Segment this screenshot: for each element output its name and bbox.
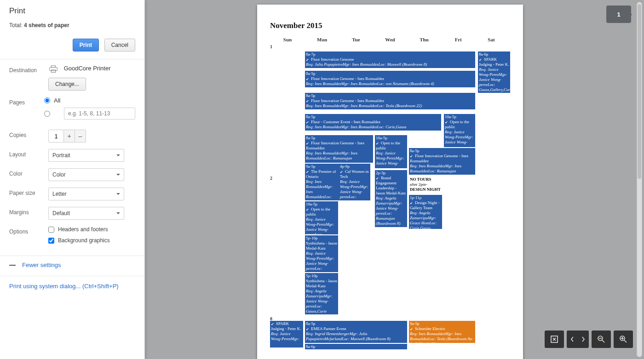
check-icon xyxy=(271,322,275,326)
check-icon xyxy=(306,327,310,331)
copies-label: Copies xyxy=(9,130,48,138)
svg-rect-0 xyxy=(50,68,57,71)
print-button[interactable]: Print xyxy=(73,39,99,51)
preview-scrollbar[interactable] xyxy=(637,2,642,357)
papersize-label: Paper size xyxy=(9,188,48,196)
event: 10a-5p Open to the public Req: Janice Wo… xyxy=(375,135,407,168)
destination-label: Destination xyxy=(9,65,48,74)
check-icon xyxy=(306,120,310,124)
headers-footers-label: Headers and footers xyxy=(58,226,108,233)
pages-all-radio[interactable] xyxy=(44,97,50,103)
calendar-title: November 2015 xyxy=(270,21,510,30)
event: 2p-3p Brand Engagement Leadership - Jaso… xyxy=(375,170,407,227)
event: 4p-9p Cal Women in Tech Req: Janice Wong… xyxy=(339,164,370,200)
check-icon xyxy=(306,99,310,103)
check-icon xyxy=(306,57,310,62)
no-tours: NO TOURSafter 2pm-DESIGN NIGHT xyxy=(409,177,442,193)
svg-rect-2 xyxy=(51,70,55,72)
dialog-title: Print xyxy=(9,6,135,16)
page-nav-buttons[interactable] xyxy=(567,331,589,348)
preview-toolbar xyxy=(545,331,633,348)
event: 8a-5p Flour Innovation Genome - Ines Rom… xyxy=(409,148,475,175)
copies-increase-button[interactable]: + xyxy=(63,130,75,142)
check-icon xyxy=(479,57,483,62)
bg-graphics-label: Background graphics xyxy=(58,237,110,244)
weekday-header: Sun Mon Tue Wed Thu Fri Sat xyxy=(270,37,510,42)
check-icon xyxy=(306,141,310,145)
fewer-settings-link[interactable]: Fewer settings xyxy=(22,262,61,268)
event: 8a-5p Fluor Innovation Genome - Ines Rom… xyxy=(305,93,475,109)
print-settings-panel: Print Total: 4 sheets of paper Print Can… xyxy=(0,0,145,359)
options-label: Options xyxy=(9,226,48,235)
event: 8a-5p Fluor - Customer Event - Ines Romu… xyxy=(305,114,441,131)
total-line: Total: 4 sheets of paper xyxy=(0,18,144,35)
event: 8a-5p Flour Innovation Genome - Ines Rom… xyxy=(305,135,373,163)
event: 10a-5p Open to the public Req: Janice Wo… xyxy=(444,114,475,147)
headers-footers-checkbox[interactable] xyxy=(48,227,54,233)
check-icon xyxy=(376,141,380,145)
event: 5p-10p Synbiobeta - Jason Medal-Katz Req… xyxy=(305,235,338,272)
margins-select[interactable]: Default xyxy=(48,207,124,220)
svg-line-7 xyxy=(602,340,604,342)
pages-all-label: All xyxy=(54,97,60,104)
copies-decrease-button[interactable]: – xyxy=(75,130,86,142)
fit-page-button[interactable] xyxy=(545,331,564,348)
check-icon xyxy=(376,176,380,180)
event: SPARK Judging - Peter K. Req: Janice Won… xyxy=(270,321,303,348)
chevron-left-icon xyxy=(570,336,574,342)
event: 8a-5p Flour Innovation Genome - Ines Rom… xyxy=(305,71,475,87)
minus-icon xyxy=(9,265,16,266)
pages-range-input[interactable] xyxy=(64,108,135,120)
event: 9a-5p The Premier of Ontario Req: Ines R… xyxy=(305,164,339,200)
printer-icon xyxy=(48,65,58,73)
copies-input[interactable] xyxy=(49,130,63,142)
event: 5p-10p Synbiobeta - Jason Medal-Katz Req… xyxy=(305,273,338,314)
svg-rect-1 xyxy=(51,66,55,68)
event: 8a-7p Fluor Innovation Genome Req: Julia… xyxy=(305,51,475,68)
pages-range-radio[interactable] xyxy=(44,111,50,117)
pages-label: Pages xyxy=(9,97,44,106)
event: 8a-5p EMEA Partner Event Req: Ingrid Hem… xyxy=(305,321,407,343)
event-orange: 9a-5p Schneider Electric Req: Ines Romua… xyxy=(409,321,475,343)
zoom-in-button[interactable] xyxy=(614,331,633,348)
check-icon xyxy=(340,170,344,174)
layout-label: Layout xyxy=(9,149,48,158)
zoom-out-button[interactable] xyxy=(592,331,611,348)
check-icon xyxy=(445,120,449,124)
color-select[interactable]: Color xyxy=(48,168,124,181)
svg-line-10 xyxy=(624,340,627,342)
layout-select[interactable]: Portrait xyxy=(48,149,124,162)
printer-name: GoodCore Printer xyxy=(64,65,111,72)
print-preview-area: 1 November 2015 Sun Mon Tue Wed Thu Fri … xyxy=(145,0,644,359)
chevron-right-icon xyxy=(581,336,585,342)
check-icon xyxy=(410,201,414,205)
margins-label: Margins xyxy=(9,207,48,216)
preview-page: November 2015 Sun Mon Tue Wed Thu Fri Sa… xyxy=(257,5,523,359)
bg-graphics-checkbox[interactable] xyxy=(48,238,54,244)
check-icon xyxy=(306,207,310,211)
check-icon xyxy=(410,327,414,331)
week-number: 2 xyxy=(270,176,272,181)
papersize-select[interactable]: Letter xyxy=(48,188,124,200)
check-icon xyxy=(306,77,310,81)
event: 1p-11p Design Night - Gallery Team Req: … xyxy=(409,195,442,229)
page-indicator: 1 xyxy=(606,6,631,23)
system-print-link[interactable]: Print using system dialog... (Ctrl+Shift… xyxy=(9,283,119,290)
event: 8a-6p SPARK Judging - Peter K. Req: Jani… xyxy=(478,51,510,93)
week-number: 1 xyxy=(270,44,272,49)
check-icon xyxy=(306,170,310,174)
cancel-button[interactable]: Cancel xyxy=(104,39,135,51)
event: 10a-5p Open to the public Req: Janice Wo… xyxy=(305,201,338,234)
check-icon xyxy=(410,154,414,158)
change-destination-button[interactable]: Change... xyxy=(48,78,86,91)
color-label: Color xyxy=(9,168,48,177)
event: 8a-6p xyxy=(305,344,407,349)
